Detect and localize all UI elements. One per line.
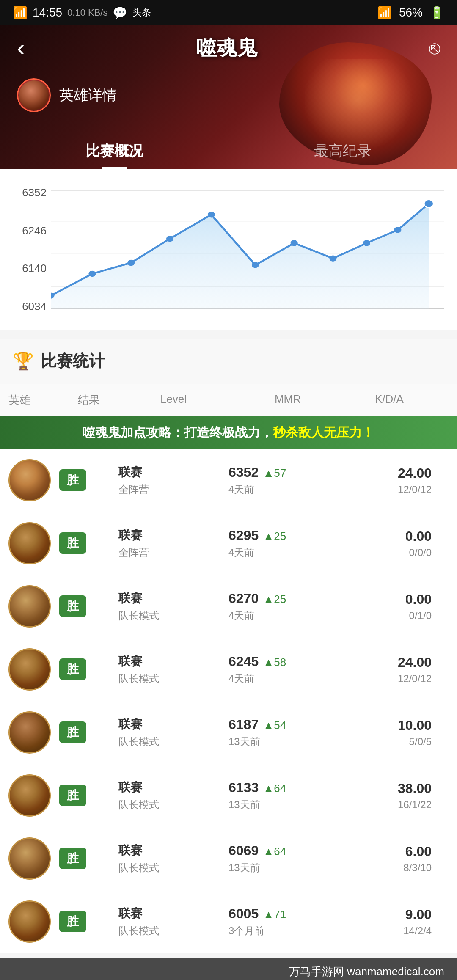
kda-detail: 14/2/4 [347, 925, 432, 937]
type-cell: 联赛 全阵营 [118, 464, 228, 496]
mmr-time: 13天前 [228, 798, 347, 812]
result-cell: 胜 [59, 724, 118, 741]
win-badge: 胜 [59, 721, 86, 743]
table-row[interactable]: 胜 联赛 队长模式 6270 ▲25 4天前 0.00 0/1/0 [0, 575, 457, 638]
y-label-4: 6352 [8, 186, 51, 199]
mmr-time: 4天前 [228, 609, 347, 622]
win-badge: 胜 [59, 469, 86, 491]
match-type: 联赛 [118, 527, 228, 543]
svg-point-15 [394, 227, 401, 233]
mmr-row: 6187 ▲54 [228, 717, 347, 732]
mmr-value: 6187 [228, 717, 259, 732]
mmr-cell: 6295 ▲25 4天前 [228, 528, 347, 559]
mmr-cell: 6270 ▲25 4天前 [228, 591, 347, 622]
win-badge: 胜 [59, 658, 86, 680]
table-row[interactable]: 胜 联赛 队长模式 6005 ▲71 3个月前 9.00 14/2/4 [0, 890, 457, 953]
mmr-change: ▲58 [263, 656, 286, 669]
col-level: Level [118, 393, 228, 407]
banner-ad[interactable]: 噬魂鬼加点攻略：打造终极战力，秒杀敌人无压力！ [0, 416, 457, 449]
table-row[interactable]: 胜 联赛 全阵营 6295 ▲25 4天前 0.00 0/0/0 [0, 512, 457, 575]
table-row[interactable]: 胜 联赛 全阵营 6352 ▲57 4天前 24.00 12/0/12 [0, 449, 457, 512]
banner-text: 噬魂鬼加点攻略：打造终极战力，秒杀敌人无压力！ [83, 424, 374, 441]
kda-value: 9.00 [347, 907, 432, 922]
kda-value: 0.00 [347, 592, 432, 607]
stats-title: 比赛统计 [41, 350, 105, 372]
hero-info-bar: 英雄详情 [0, 70, 457, 121]
chart-area [51, 186, 444, 313]
back-button[interactable]: ‹ [17, 34, 25, 61]
kda-cell: 24.00 12/0/12 [347, 465, 432, 496]
kda-detail: 12/0/12 [347, 673, 432, 685]
match-mode: 全阵营 [118, 483, 228, 496]
col-mmr: MMR [228, 393, 347, 407]
result-cell: 胜 [59, 787, 118, 804]
hero-header: ‹ 噬魂鬼 ⎋ 英雄详情 比赛概况 最高纪录 [0, 25, 457, 169]
status-bar: 📶 14:55 0.10 KB/s 💬 头条 📶 56% 🔋 [0, 0, 457, 25]
hero-avatar-small [17, 78, 51, 112]
stats-section: 🏆 比赛统计 英雄 结果 Level MMR K/D/A 噬魂鬼加点攻略：打造终… [0, 339, 457, 953]
mmr-cell: 6133 ▲64 13天前 [228, 780, 347, 812]
y-label-2: 6140 [8, 262, 51, 275]
header-nav: ‹ 噬魂鬼 ⎋ [0, 25, 457, 70]
chart-section: 6352 6246 6140 6034 [0, 169, 457, 330]
mmr-change: ▲71 [263, 908, 286, 921]
kda-detail: 12/0/12 [347, 484, 432, 496]
type-cell: 联赛 队长模式 [118, 842, 228, 875]
type-cell: 联赛 全阵营 [118, 527, 228, 559]
message-icon: 💬 [113, 6, 127, 20]
col-result: 结果 [59, 393, 118, 407]
result-cell: 胜 [59, 472, 118, 488]
mmr-cell: 6352 ▲57 4天前 [228, 465, 347, 496]
wifi-icon: 📶 [377, 6, 392, 20]
y-label-3: 6246 [8, 224, 51, 237]
mmr-cell: 6187 ▲54 13天前 [228, 717, 347, 749]
result-cell: 胜 [59, 661, 118, 677]
mmr-cell: 6005 ▲71 3个月前 [228, 906, 347, 938]
col-hero: 英雄 [8, 393, 59, 407]
table-row[interactable]: 胜 联赛 队长模式 6245 ▲58 4天前 24.00 12/0/12 [0, 638, 457, 701]
tab-highest-record[interactable]: 最高纪录 [228, 133, 457, 169]
tab-match-overview[interactable]: 比赛概况 [0, 133, 228, 169]
svg-point-10 [208, 212, 215, 217]
table-row[interactable]: 胜 联赛 队长模式 6133 ▲64 13天前 38.00 16/1/22 [0, 764, 457, 827]
table-row[interactable]: 胜 联赛 队长模式 6187 ▲54 13天前 10.00 5/0/5 [0, 701, 457, 764]
stats-header: 🏆 比赛统计 [0, 339, 457, 384]
mmr-change: ▲57 [263, 467, 286, 480]
svg-point-8 [127, 260, 135, 266]
mmr-value: 6005 [228, 906, 259, 921]
kda-cell: 0.00 0/0/0 [347, 529, 432, 559]
match-mode: 队长模式 [118, 735, 228, 749]
svg-point-12 [291, 240, 298, 246]
banner-highlight: 秒杀敌人无压力！ [273, 425, 374, 439]
mmr-time: 4天前 [228, 672, 347, 685]
mmr-value: 6133 [228, 780, 259, 795]
kda-detail: 16/1/22 [347, 799, 432, 811]
match-mode: 队长模式 [118, 672, 228, 685]
result-cell: 胜 [59, 914, 118, 930]
mmr-row: 6005 ▲71 [228, 906, 347, 922]
hero-avatar [8, 459, 51, 501]
y-label-1: 6034 [8, 300, 51, 313]
kda-value: 6.00 [347, 844, 432, 859]
banner-prefix: 噬魂鬼加点攻略：打造终极战力， [83, 425, 273, 439]
mmr-row: 6245 ▲58 [228, 654, 347, 669]
hero-avatar [8, 522, 51, 564]
carrier-label: 头条 [132, 6, 151, 19]
mmr-time: 4天前 [228, 483, 347, 496]
hero-avatar [8, 900, 51, 943]
signal-icon: 📶 [13, 6, 28, 20]
mmr-time: 3个月前 [228, 924, 347, 938]
match-type: 联赛 [118, 906, 228, 922]
kda-value: 24.00 [347, 465, 432, 481]
share-button[interactable]: ⎋ [429, 37, 440, 58]
table-row[interactable]: 胜 联赛 队长模式 6069 ▲64 13天前 6.00 8/3/10 [0, 827, 457, 890]
kda-detail: 0/0/0 [347, 547, 432, 559]
hero-avatar [8, 837, 51, 880]
match-type: 联赛 [118, 842, 228, 859]
mmr-row: 6270 ▲25 [228, 591, 347, 606]
mmr-value: 6352 [228, 465, 259, 480]
kda-value: 24.00 [347, 655, 432, 670]
hero-avatar [8, 648, 51, 691]
kda-detail: 0/1/0 [347, 610, 432, 622]
match-mode: 队长模式 [118, 861, 228, 875]
